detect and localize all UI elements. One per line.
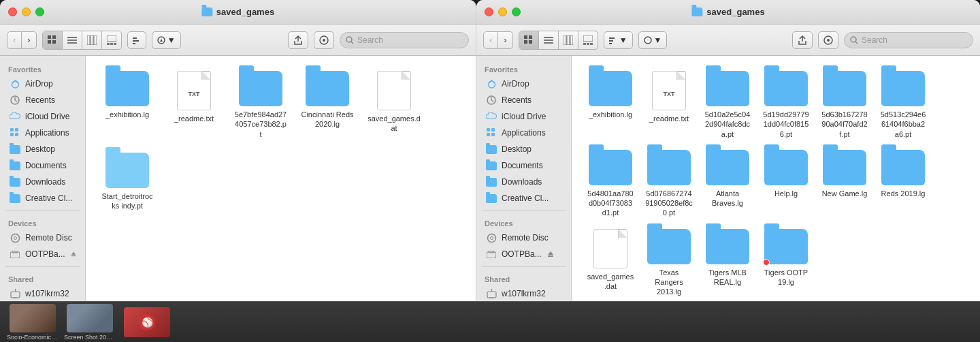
file-item-savedgames-left[interactable]: saved_games.dat [363,67,425,143]
file-item-5d19-right[interactable]: 5d19dd297791dd04fc0f8156.pt [758,67,814,143]
svg-rect-51 [583,43,586,45]
sidebar-item-creative-left[interactable]: Creative Cl... [3,190,82,206]
right-forward-button[interactable]: › [498,31,512,49]
svg-line-61 [855,42,858,44]
readme-doc-icon-right: TXT [652,71,686,110]
left-share-btn[interactable] [288,31,308,49]
right-icon-view-btn[interactable] [519,31,539,49]
left-maximize-button[interactable] [35,7,44,16]
left-column-view-btn[interactable] [82,31,102,49]
file-item-5d07-right[interactable]: 5d07686727491905028ef8c0.pt [641,146,697,222]
sidebar-item-airdrop-left[interactable]: AirDrop [3,76,82,92]
right-maximize-button[interactable] [512,7,521,16]
right-tags-btn[interactable] [818,31,838,49]
file-item-readme-right[interactable]: TXT _readme.txt [641,67,697,143]
file-item-tigers-ootp-right[interactable]: Tigers OOTP 19.lg [758,225,814,301]
file-item-5d51-right[interactable]: 5d513c294e661404f6bba2a6.pt [875,67,931,143]
file-item-atlanta-right[interactable]: Atlanta Braves.lg [700,146,755,222]
taskbar-item-2[interactable]: Screen Shot 2020-0....21.29 AM [63,304,117,341]
right-back-button[interactable]: ‹ [483,31,498,49]
file-item-exhibition-left[interactable]: _exhibition.lg [97,67,158,143]
left-close-button[interactable] [8,7,17,16]
icloud-icon [10,111,20,122]
start-folder-icon [105,153,149,188]
sidebar-item-remotedisc-right[interactable]: Remote Disc [479,230,568,246]
right-nav-buttons[interactable]: ‹ › [483,31,513,49]
left-nav-buttons[interactable]: ‹ › [7,31,37,49]
sidebar-item-creative-right[interactable]: Creative Cl... [479,190,568,206]
left-sidebar-favorites-label: Favorites [0,61,85,76]
sidebar-item-desktop-right[interactable]: Desktop [479,141,568,157]
right-action-btn[interactable]: ▼ [638,31,668,49]
file-item-newgame-right[interactable]: New Game.lg [817,146,872,222]
sidebar-item-downloads-right[interactable]: Downloads [479,174,568,190]
svg-rect-27 [10,128,14,131]
left-forward-button[interactable]: › [22,31,36,49]
sidebar-item-downloads-left[interactable]: Downloads [3,174,82,190]
sidebar-item-recents-right[interactable]: Recents [479,92,568,108]
right-search-icon [850,36,858,44]
right-window-title: saved_games [691,7,764,17]
file-item-5d10-right[interactable]: 5d10a2e5c042d904fafc8dca.pt [700,67,755,143]
file-item-help-right[interactable]: Help.lg [758,146,814,222]
sidebar-item-ootp-right[interactable]: OOTPBa... [479,246,568,262]
sidebar-item-w107-left[interactable]: w107lkrm32 [3,285,82,301]
file-item-5d48-right[interactable]: 5d4801aa780d0b04f73083d1.pt [583,146,638,222]
file-item-tigers-real-right[interactable]: Tigers MLB REAL.lg [700,225,755,301]
sidebar-item-documents-left[interactable]: Documents [3,157,82,174]
file-item-savedgames-right[interactable]: saved_games.dat [583,225,638,301]
file-item-exhibition-right[interactable]: _exhibition.lg [583,67,638,143]
left-back-button[interactable]: ‹ [7,31,22,49]
taskbar-item-3[interactable]: ⚾ [120,304,174,341]
applications-icon-right [486,127,497,138]
left-icon-view-btn[interactable] [43,31,63,49]
right-traffic-lights[interactable] [485,7,521,16]
sidebar-item-applications-right[interactable]: Applications [479,125,568,141]
left-arrange-btn[interactable] [127,31,146,49]
sidebar-item-applications-left[interactable]: Applications [3,125,82,141]
left-minimize-button[interactable] [22,7,31,16]
sidebar-item-w107-right[interactable]: w107lkrm32 [479,285,568,301]
file-item-start-left[interactable]: Start_detroitrocks indy.pt [97,149,158,215]
right-column-view-btn[interactable] [559,31,578,49]
taskbar-item-1[interactable]: Socio-Economic_2964 2.JPG [5,304,60,341]
left-tags-btn[interactable] [314,31,334,49]
svg-rect-53 [590,43,593,45]
right-search-box[interactable]: Search [844,32,973,48]
sidebar-item-documents-right[interactable]: Documents [479,157,568,174]
svg-point-71 [490,236,493,239]
left-list-view-btn[interactable] [63,31,82,49]
recents-icon-right [486,95,497,106]
left-sidebar-divider2 [5,266,80,267]
svg-point-57 [644,37,651,44]
file-item-texas-right[interactable]: Texas Rangers 2013.lg [641,225,697,301]
svg-rect-52 [587,43,589,45]
file-item-reds2019-right[interactable]: Reds 2019.lg [875,146,931,222]
sidebar-item-airdrop-right[interactable]: AirDrop [479,76,568,92]
right-arrange-btn[interactable]: ▼ [604,31,633,49]
svg-rect-10 [107,35,116,42]
sidebar-item-remotedisc-left[interactable]: Remote Disc [3,230,82,246]
right-list-view-btn[interactable] [539,31,559,49]
app-icon: ⚾ [137,313,157,332]
right-close-button[interactable] [485,7,493,16]
file-item-reds2020-left[interactable]: Cincinnati Reds 2020.lg [297,67,358,143]
right-share-btn[interactable] [792,31,813,49]
file-item-5e7b-left[interactable]: 5e7bfe984ad274057ce73b82.pt [230,67,291,143]
right-gallery-view-btn[interactable] [578,31,598,49]
right-minimize-button[interactable] [498,7,507,16]
newgame-folder-icon-right [823,150,866,185]
sidebar-item-ootp-left[interactable]: OOTPBa... [3,246,82,262]
left-traffic-lights[interactable] [8,7,44,16]
file-item-5d63-right[interactable]: 5d63b16727890a04f70afd2f.pt [817,67,872,143]
sidebar-item-recents-left[interactable]: Recents [3,92,82,108]
file-item-readme-left[interactable]: TXT _readme.txt [163,67,225,143]
sidebar-item-desktop-left[interactable]: Desktop [3,141,82,157]
tigers-ootp-folder-container [764,229,808,264]
left-sidebar-shared-label: Shared [0,271,85,285]
left-action-btn[interactable]: ▼ [152,31,181,49]
left-search-box[interactable]: Search [340,32,469,48]
sidebar-item-icloud-right[interactable]: iCloud Drive [479,108,568,125]
sidebar-item-icloud-left[interactable]: iCloud Drive [3,108,82,125]
left-gallery-view-btn[interactable] [102,31,121,49]
